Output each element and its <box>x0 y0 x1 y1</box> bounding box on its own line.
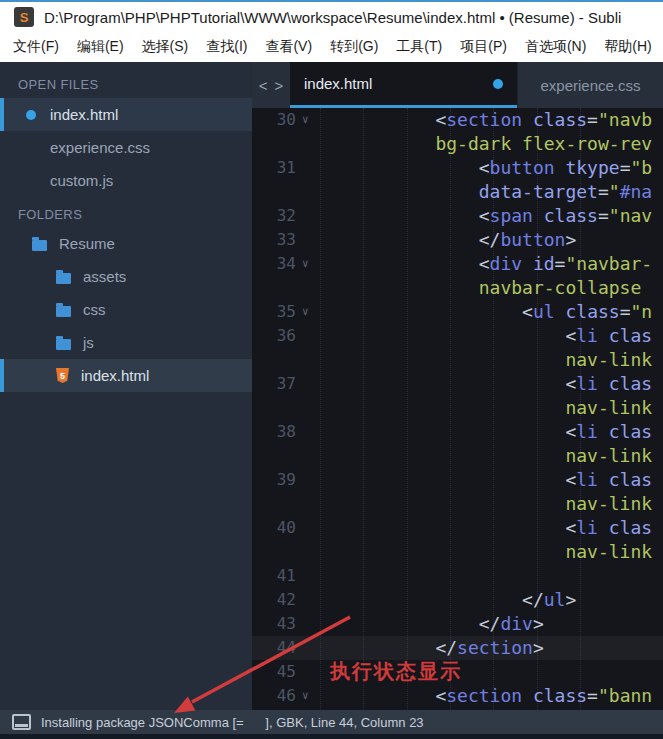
code-line[interactable]: 31 <button tkype="b <box>252 156 663 180</box>
line-number[interactable]: 31 <box>252 156 296 180</box>
code-line[interactable]: 32 <span class="nav <box>252 204 663 228</box>
line-number[interactable]: 44 <box>252 636 296 660</box>
line-number[interactable] <box>252 276 296 300</box>
line-number[interactable]: 35 <box>252 300 296 324</box>
token: < <box>565 373 576 394</box>
line-number[interactable]: 36 <box>252 324 296 348</box>
code-line[interactable]: 43 </div> <box>252 612 663 636</box>
code-line[interactable]: 46∨ <section class="bann <box>252 684 663 708</box>
code-line[interactable]: bg-dark flex-row-rev <box>252 132 663 156</box>
menu-item[interactable]: 查找(I) <box>197 32 256 62</box>
menu-item[interactable]: 项目(P) <box>451 32 516 62</box>
open-files-list: index.htmlexperience.csscustom.js <box>0 98 252 197</box>
folder-icon <box>56 339 71 350</box>
line-number[interactable]: 43 <box>252 612 296 636</box>
tree-row[interactable]: 5index.html <box>0 359 252 392</box>
editor[interactable]: 30∨ <section class="navb bg-dark flex-ro… <box>252 108 663 710</box>
token: = <box>620 301 631 322</box>
code-text: <section class="navb <box>327 108 663 132</box>
fold-spacer <box>296 372 327 396</box>
line-number[interactable]: 46 <box>252 684 296 708</box>
line-number[interactable]: 42 <box>252 588 296 612</box>
code-line[interactable]: 40 <li clas <box>252 516 663 540</box>
line-number[interactable]: 30 <box>252 108 296 132</box>
fold-arrow-icon[interactable]: ∨ <box>296 252 327 276</box>
sublime-window: S D:\Program\PHP\PHPTutorial\WWW\workspa… <box>0 0 663 739</box>
code-line[interactable]: 33 </button> <box>252 228 663 252</box>
tab-experience.css[interactable]: experience.css <box>517 62 663 108</box>
code-text: </button> <box>327 228 663 252</box>
code-line[interactable]: 37 <li clas <box>252 372 663 396</box>
tab-bar: < > index.htmlexperience.css <box>252 62 663 108</box>
line-number[interactable]: 38 <box>252 420 296 444</box>
line-number[interactable]: 33 <box>252 228 296 252</box>
token: = <box>587 685 598 706</box>
token: clas <box>609 373 652 394</box>
line-number[interactable]: 40 <box>252 516 296 540</box>
menu-item[interactable]: 查看(V) <box>256 32 321 62</box>
open-files-header[interactable]: OPEN FILES <box>0 70 252 98</box>
open-file-row[interactable]: experience.css <box>0 131 252 164</box>
fold-spacer <box>296 468 327 492</box>
token: clas <box>609 469 652 490</box>
code-line[interactable]: nav-link <box>252 444 663 468</box>
tree-row[interactable]: assets <box>0 260 252 293</box>
fold-arrow-icon[interactable]: ∨ <box>296 108 327 132</box>
menu-item[interactable]: 工具(T) <box>387 32 451 62</box>
token: < <box>435 109 446 130</box>
line-number[interactable]: 41 <box>252 564 296 588</box>
line-number[interactable] <box>252 348 296 372</box>
line-number[interactable]: 39 <box>252 468 296 492</box>
line-number[interactable] <box>252 540 296 564</box>
code-line[interactable]: 34∨ <div id="navbar- <box>252 252 663 276</box>
code-text: </section> <box>327 636 663 660</box>
tree-row[interactable]: Resume <box>0 227 252 260</box>
tab-scroll-left-icon[interactable]: < <box>259 77 268 94</box>
tab-scroll-right-icon[interactable]: > <box>275 77 284 94</box>
sidebar-toggle-icon[interactable] <box>12 714 31 730</box>
code-line[interactable]: 42 </ul> <box>252 588 663 612</box>
code-line[interactable]: navbar-collapse <box>252 276 663 300</box>
menu-item[interactable]: 选择(S) <box>133 32 198 62</box>
line-number[interactable] <box>252 444 296 468</box>
line-number[interactable] <box>252 492 296 516</box>
tree-row[interactable]: css <box>0 293 252 326</box>
tab-scroll-nav: < > <box>252 62 290 108</box>
code-line[interactable]: 30∨ <section class="navb <box>252 108 663 132</box>
code-line[interactable]: 38 <li clas <box>252 420 663 444</box>
line-number[interactable] <box>252 132 296 156</box>
fold-arrow-icon[interactable]: ∨ <box>296 684 327 708</box>
folders-header[interactable]: FOLDERS <box>0 201 252 227</box>
code-line[interactable]: nav-link <box>252 396 663 420</box>
code-text: <ul class="n <box>327 300 663 324</box>
open-file-row[interactable]: custom.js <box>0 164 252 197</box>
code-text: <li clas <box>327 420 663 444</box>
code-line[interactable]: nav-link <box>252 540 663 564</box>
line-number[interactable]: 45 <box>252 660 296 684</box>
menu-item[interactable]: 帮助(H) <box>595 32 660 62</box>
tab-index.html[interactable]: index.html <box>290 62 517 108</box>
line-number[interactable]: 32 <box>252 204 296 228</box>
menu-item[interactable]: 文件(F) <box>4 32 68 62</box>
menu-item[interactable]: 编辑(E) <box>68 32 133 62</box>
open-file-row[interactable]: index.html <box>0 98 252 131</box>
token: "navb <box>598 109 652 130</box>
code-line[interactable]: 44 </section> <box>252 636 663 660</box>
tree-row[interactable]: js <box>0 326 252 359</box>
line-number[interactable] <box>252 396 296 420</box>
line-number[interactable]: 37 <box>252 372 296 396</box>
menu-item[interactable]: 转到(G) <box>321 32 387 62</box>
line-number[interactable]: 34 <box>252 252 296 276</box>
code-line[interactable]: nav-link <box>252 348 663 372</box>
code-line[interactable]: 36 <li clas <box>252 324 663 348</box>
code-line[interactable]: data-target="#na <box>252 180 663 204</box>
line-number[interactable] <box>252 180 296 204</box>
code-line[interactable]: 41 <box>252 564 663 588</box>
code-line[interactable]: nav-link <box>252 492 663 516</box>
code-line[interactable]: 35∨ <ul class="n <box>252 300 663 324</box>
menu-item[interactable]: 首选项(N) <box>516 32 595 62</box>
token <box>533 205 544 226</box>
fold-arrow-icon[interactable]: ∨ <box>296 300 327 324</box>
window-title: D:\Program\PHP\PHPTutorial\WWW\workspace… <box>44 9 621 26</box>
code-line[interactable]: 39 <li clas <box>252 468 663 492</box>
